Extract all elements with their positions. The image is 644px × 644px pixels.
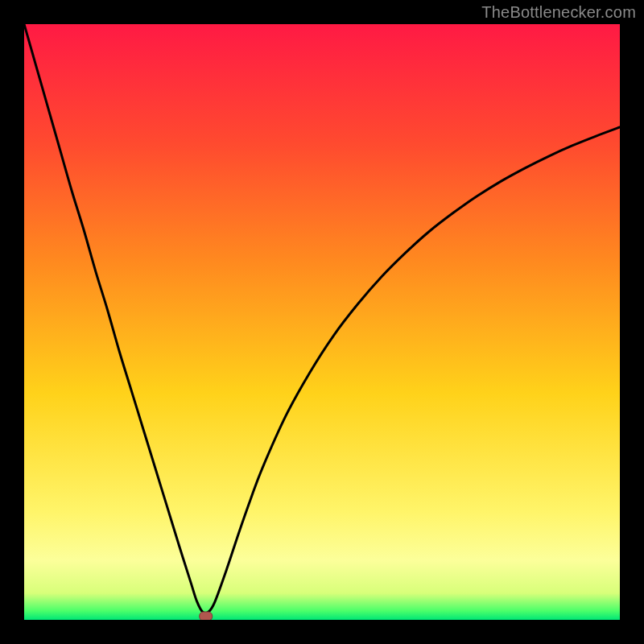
plot-area <box>24 24 620 620</box>
chart-frame: TheBottlenecker.com <box>0 0 644 644</box>
bottleneck-chart <box>24 24 620 620</box>
attribution-label: TheBottlenecker.com <box>481 3 636 22</box>
gradient-background <box>24 24 620 620</box>
optimal-point-marker <box>200 612 213 620</box>
